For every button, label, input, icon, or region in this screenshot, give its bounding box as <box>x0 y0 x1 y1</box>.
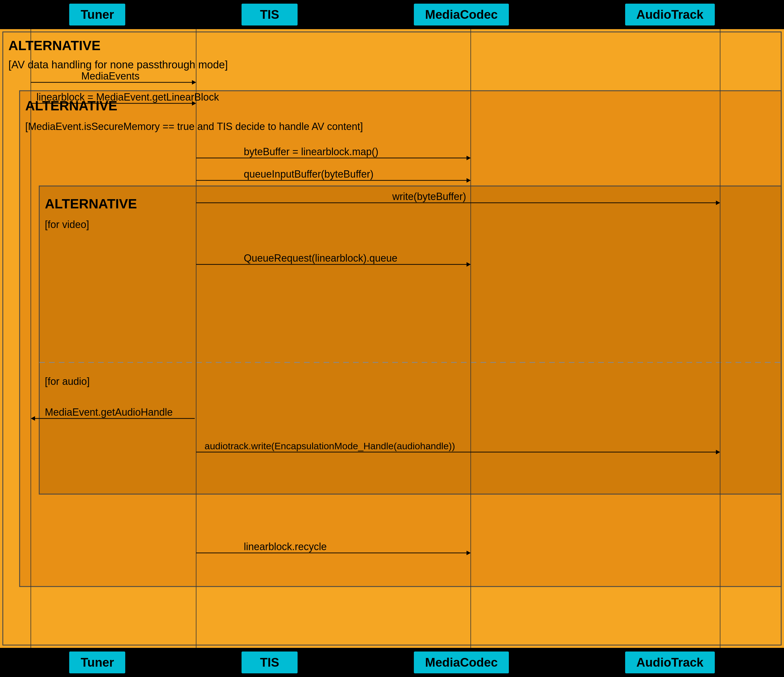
svg-text:write(byteBuffer): write(byteBuffer) <box>392 191 466 202</box>
diagram-area: ALTERNATIVE [AV data handling for none p… <box>0 29 784 648</box>
header-tis: TIS <box>241 4 297 25</box>
header-mediacodec: MediaCodec <box>414 4 509 25</box>
svg-text:[for audio]: [for audio] <box>45 376 90 387</box>
svg-text:linearblock.recycle: linearblock.recycle <box>244 541 327 552</box>
header-bar: Tuner TIS MediaCodec AudioTrack <box>0 0 784 29</box>
svg-text:queueInputBuffer(byteBuffer): queueInputBuffer(byteBuffer) <box>244 168 373 180</box>
footer-tis: TIS <box>241 652 297 673</box>
svg-text:MediaEvent.getAudioHandle: MediaEvent.getAudioHandle <box>45 407 173 418</box>
svg-text:ALTERNATIVE: ALTERNATIVE <box>25 98 117 113</box>
svg-text:[for video]: [for video] <box>45 219 89 230</box>
header-tuner: Tuner <box>69 4 125 25</box>
svg-text:audiotrack.write(Encapsulation: audiotrack.write(EncapsulationMode_Handl… <box>205 441 455 451</box>
footer-bar: Tuner TIS MediaCodec AudioTrack <box>0 648 784 677</box>
svg-text:ALTERNATIVE: ALTERNATIVE <box>45 196 137 211</box>
svg-text:[MediaEvent.isSecureMemory == : [MediaEvent.isSecureMemory == true and T… <box>25 121 363 132</box>
footer-tuner: Tuner <box>69 652 125 673</box>
svg-text:byteBuffer = linearblock.map(): byteBuffer = linearblock.map() <box>244 146 378 157</box>
footer-audiotrack: AudioTrack <box>625 652 715 673</box>
svg-text:QueueRequest(linearblock).queu: QueueRequest(linearblock).queue <box>244 252 397 264</box>
svg-text:[AV data handling for none pas: [AV data handling for none passthrough m… <box>8 59 228 71</box>
svg-text:MediaEvents: MediaEvents <box>81 70 140 82</box>
svg-text:ALTERNATIVE: ALTERNATIVE <box>8 38 101 53</box>
footer-mediacodec: MediaCodec <box>414 652 509 673</box>
header-audiotrack: AudioTrack <box>625 4 715 25</box>
sequence-diagram: Tuner TIS MediaCodec AudioTrack <box>0 0 784 677</box>
